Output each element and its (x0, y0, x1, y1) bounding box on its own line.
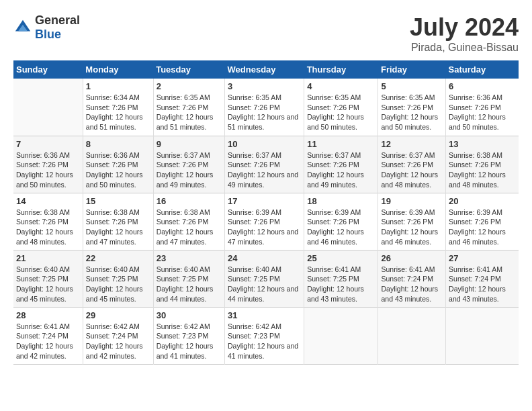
day-number: 25 (307, 253, 375, 263)
day-info: Sunrise: 6:42 AMSunset: 7:24 PMDaylight:… (86, 322, 150, 361)
calendar-week-row: 28Sunrise: 6:41 AMSunset: 7:24 PMDayligh… (13, 307, 519, 364)
calendar-cell: 22Sunrise: 6:40 AMSunset: 7:25 PMDayligh… (83, 250, 153, 307)
day-info: Sunrise: 6:38 AMSunset: 7:26 PMDaylight:… (86, 208, 150, 247)
calendar-cell: 25Sunrise: 6:41 AMSunset: 7:25 PMDayligh… (304, 250, 378, 307)
calendar-cell: 8Sunrise: 6:36 AMSunset: 7:26 PMDaylight… (83, 136, 153, 193)
day-number: 18 (307, 196, 375, 206)
day-info: Sunrise: 6:36 AMSunset: 7:26 PMDaylight:… (16, 150, 80, 190)
calendar-cell: 4Sunrise: 6:35 AMSunset: 7:26 PMDaylight… (304, 79, 378, 136)
calendar-cell (446, 307, 519, 364)
calendar-cell: 7Sunrise: 6:36 AMSunset: 7:26 PMDaylight… (13, 136, 83, 193)
calendar-cell: 15Sunrise: 6:38 AMSunset: 7:26 PMDayligh… (83, 193, 153, 250)
day-number: 15 (86, 196, 150, 206)
day-number: 4 (307, 81, 375, 91)
calendar-week-row: 7Sunrise: 6:36 AMSunset: 7:26 PMDaylight… (13, 136, 519, 193)
day-info: Sunrise: 6:35 AMSunset: 7:26 PMDaylight:… (157, 93, 222, 132)
day-number: 27 (449, 253, 516, 263)
calendar-cell: 9Sunrise: 6:37 AMSunset: 7:26 PMDaylight… (153, 136, 224, 193)
day-info: Sunrise: 6:35 AMSunset: 7:26 PMDaylight:… (381, 93, 443, 132)
calendar-cell (13, 79, 83, 136)
day-number: 10 (228, 139, 301, 149)
calendar-cell: 20Sunrise: 6:39 AMSunset: 7:26 PMDayligh… (446, 193, 519, 250)
day-info: Sunrise: 6:41 AMSunset: 7:24 PMDaylight:… (449, 265, 516, 304)
day-number: 21 (16, 253, 80, 263)
weekday-header-thursday: Thursday (304, 60, 378, 79)
day-number: 23 (157, 253, 222, 263)
calendar-cell: 29Sunrise: 6:42 AMSunset: 7:24 PMDayligh… (83, 307, 153, 364)
day-number: 2 (157, 81, 222, 91)
logo-general-text: General (35, 13, 80, 27)
month-year-title: July 2024 (410, 13, 519, 42)
day-number: 9 (157, 139, 222, 149)
calendar-week-row: 21Sunrise: 6:40 AMSunset: 7:25 PMDayligh… (13, 250, 519, 307)
calendar-cell: 27Sunrise: 6:41 AMSunset: 7:24 PMDayligh… (446, 250, 519, 307)
calendar-cell: 10Sunrise: 6:37 AMSunset: 7:26 PMDayligh… (225, 136, 304, 193)
day-number: 17 (228, 196, 301, 206)
calendar-cell: 31Sunrise: 6:42 AMSunset: 7:23 PMDayligh… (225, 307, 304, 364)
day-number: 5 (381, 81, 443, 91)
day-number: 16 (157, 196, 222, 206)
day-number: 14 (16, 196, 80, 206)
calendar-cell: 6Sunrise: 6:36 AMSunset: 7:26 PMDaylight… (446, 79, 519, 136)
title-block: July 2024 Pirada, Guinea-Bissau (410, 13, 519, 54)
day-number: 12 (381, 139, 443, 149)
day-number: 29 (86, 310, 150, 320)
calendar-week-row: 1Sunrise: 6:34 AMSunset: 7:26 PMDaylight… (13, 79, 519, 136)
day-info: Sunrise: 6:41 AMSunset: 7:24 PMDaylight:… (381, 265, 443, 304)
day-info: Sunrise: 6:35 AMSunset: 7:26 PMDaylight:… (228, 93, 301, 132)
day-info: Sunrise: 6:42 AMSunset: 7:23 PMDaylight:… (157, 322, 222, 361)
calendar-cell: 11Sunrise: 6:37 AMSunset: 7:26 PMDayligh… (304, 136, 378, 193)
weekday-header-row: SundayMondayTuesdayWednesdayThursdayFrid… (13, 60, 519, 79)
day-number: 19 (381, 196, 443, 206)
day-info: Sunrise: 6:42 AMSunset: 7:23 PMDaylight:… (228, 322, 301, 361)
calendar-cell: 1Sunrise: 6:34 AMSunset: 7:26 PMDaylight… (83, 79, 153, 136)
weekday-header-tuesday: Tuesday (153, 60, 224, 79)
day-info: Sunrise: 6:37 AMSunset: 7:26 PMDaylight:… (157, 150, 222, 190)
day-info: Sunrise: 6:38 AMSunset: 7:26 PMDaylight:… (157, 208, 222, 247)
weekday-header-sunday: Sunday (13, 60, 83, 79)
calendar-cell: 18Sunrise: 6:39 AMSunset: 7:26 PMDayligh… (304, 193, 378, 250)
weekday-header-friday: Friday (378, 60, 446, 79)
day-number: 7 (16, 139, 80, 149)
day-info: Sunrise: 6:40 AMSunset: 7:25 PMDaylight:… (228, 265, 301, 304)
day-info: Sunrise: 6:39 AMSunset: 7:26 PMDaylight:… (228, 208, 301, 247)
day-number: 26 (381, 253, 443, 263)
day-number: 13 (449, 139, 516, 149)
calendar-table: SundayMondayTuesdayWednesdayThursdayFrid… (13, 60, 519, 365)
day-info: Sunrise: 6:39 AMSunset: 7:26 PMDaylight:… (307, 208, 375, 247)
day-number: 22 (86, 253, 150, 263)
calendar-cell: 30Sunrise: 6:42 AMSunset: 7:23 PMDayligh… (153, 307, 224, 364)
calendar-cell: 19Sunrise: 6:39 AMSunset: 7:26 PMDayligh… (378, 193, 446, 250)
day-info: Sunrise: 6:37 AMSunset: 7:26 PMDaylight:… (381, 150, 443, 190)
day-number: 30 (157, 310, 222, 320)
calendar-cell: 16Sunrise: 6:38 AMSunset: 7:26 PMDayligh… (153, 193, 224, 250)
day-info: Sunrise: 6:35 AMSunset: 7:26 PMDaylight:… (307, 93, 375, 132)
day-info: Sunrise: 6:37 AMSunset: 7:26 PMDaylight:… (307, 150, 375, 190)
calendar-cell: 26Sunrise: 6:41 AMSunset: 7:24 PMDayligh… (378, 250, 446, 307)
day-info: Sunrise: 6:41 AMSunset: 7:24 PMDaylight:… (16, 322, 80, 361)
day-info: Sunrise: 6:40 AMSunset: 7:25 PMDaylight:… (86, 265, 150, 304)
calendar-cell: 2Sunrise: 6:35 AMSunset: 7:26 PMDaylight… (153, 79, 224, 136)
calendar-cell: 14Sunrise: 6:38 AMSunset: 7:26 PMDayligh… (13, 193, 83, 250)
calendar-cell: 17Sunrise: 6:39 AMSunset: 7:26 PMDayligh… (225, 193, 304, 250)
day-info: Sunrise: 6:39 AMSunset: 7:26 PMDaylight:… (381, 208, 443, 247)
page-header: General Blue July 2024 Pirada, Guinea-Bi… (13, 13, 519, 54)
day-number: 1 (86, 81, 150, 91)
day-info: Sunrise: 6:40 AMSunset: 7:25 PMDaylight:… (16, 265, 80, 304)
day-info: Sunrise: 6:41 AMSunset: 7:25 PMDaylight:… (307, 265, 375, 304)
calendar-cell: 3Sunrise: 6:35 AMSunset: 7:26 PMDaylight… (225, 79, 304, 136)
location-text: Pirada, Guinea-Bissau (410, 42, 519, 54)
weekday-header-monday: Monday (83, 60, 153, 79)
calendar-cell: 28Sunrise: 6:41 AMSunset: 7:24 PMDayligh… (13, 307, 83, 364)
day-info: Sunrise: 6:36 AMSunset: 7:26 PMDaylight:… (449, 93, 516, 132)
calendar-cell (378, 307, 446, 364)
day-info: Sunrise: 6:40 AMSunset: 7:25 PMDaylight:… (157, 265, 222, 304)
calendar-cell (304, 307, 378, 364)
day-number: 28 (16, 310, 80, 320)
logo-icon (13, 18, 32, 37)
weekday-header-saturday: Saturday (446, 60, 519, 79)
day-number: 6 (449, 81, 516, 91)
calendar-cell: 24Sunrise: 6:40 AMSunset: 7:25 PMDayligh… (225, 250, 304, 307)
day-number: 24 (228, 253, 301, 263)
day-info: Sunrise: 6:34 AMSunset: 7:26 PMDaylight:… (86, 93, 150, 132)
